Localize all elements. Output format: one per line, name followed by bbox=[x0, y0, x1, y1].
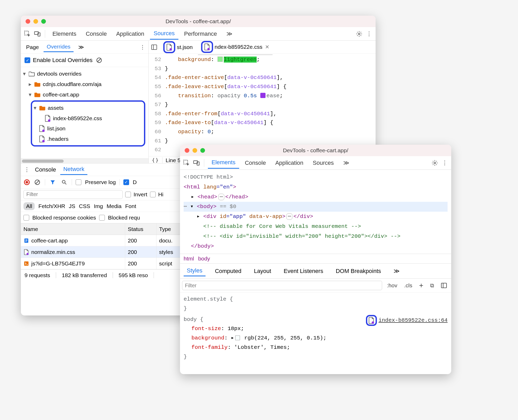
hide-checkbox[interactable] bbox=[150, 192, 156, 197]
invert-checkbox[interactable] bbox=[125, 192, 131, 197]
scrollbar[interactable] bbox=[21, 159, 148, 163]
tab-sources[interactable]: Sources bbox=[150, 28, 178, 40]
dom-tree[interactable]: <!DOCTYPE html> <html lang="en"> ▸ <head… bbox=[180, 170, 451, 254]
tree-root[interactable]: ▾devtools overrides bbox=[23, 69, 146, 79]
tree-file[interactable]: list.json bbox=[34, 123, 142, 134]
tree-folder[interactable]: ▾coffee-cart.app bbox=[23, 89, 146, 100]
dom-comment[interactable]: <!-- <div id="invisible" width="200" hei… bbox=[184, 232, 448, 241]
enable-overrides-checkbox[interactable]: ✓ bbox=[25, 57, 30, 63]
disable-cache-checkbox[interactable]: ✓ bbox=[123, 179, 129, 185]
kebab-icon[interactable]: ⋮ bbox=[23, 166, 31, 174]
tab-sources[interactable]: Sources bbox=[309, 157, 338, 168]
tab-more[interactable]: ≫ bbox=[223, 28, 236, 39]
inspect-icon[interactable] bbox=[183, 159, 190, 167]
tab-elements[interactable]: Elements bbox=[208, 157, 239, 169]
dom-node[interactable]: ▸ <div id="app" data-v-app>⋯</div> bbox=[184, 212, 448, 222]
editor-tab[interactable]: st.json bbox=[160, 40, 196, 55]
cls-button[interactable]: .cls bbox=[402, 281, 414, 290]
filter-icon[interactable] bbox=[49, 178, 57, 186]
search-icon[interactable] bbox=[60, 178, 68, 186]
override-file-icon bbox=[368, 317, 375, 324]
drawer-tab-console[interactable]: Console bbox=[32, 165, 59, 175]
tab-more[interactable]: ≫ bbox=[390, 266, 403, 276]
kebab-icon[interactable]: ⋮ bbox=[365, 30, 373, 38]
filter-type[interactable]: Fetch/XHR bbox=[38, 203, 65, 209]
titlebar[interactable]: DevTools - coffee-cart.app/ bbox=[21, 16, 376, 27]
record-icon[interactable] bbox=[24, 179, 30, 185]
filter-type[interactable]: Media bbox=[107, 203, 122, 209]
kebab-icon[interactable]: ⋮ bbox=[138, 43, 146, 51]
override-file-icon bbox=[204, 44, 210, 50]
filter-type[interactable]: Img bbox=[94, 203, 103, 209]
tree-folder[interactable]: ▾assets bbox=[34, 103, 142, 113]
subtab-more[interactable]: ≫ bbox=[75, 42, 87, 52]
tab-console[interactable]: Console bbox=[82, 28, 111, 39]
tab-more[interactable]: ≫ bbox=[340, 157, 353, 168]
highlight-annotation bbox=[201, 41, 213, 53]
dom-node[interactable]: <!DOCTYPE html> bbox=[184, 172, 448, 182]
hov-button[interactable]: :hov bbox=[385, 281, 399, 290]
blocked-requests-checkbox[interactable] bbox=[99, 215, 105, 221]
tree-folder[interactable]: ▸cdnjs.cloudflare.com/aja bbox=[23, 79, 146, 89]
file-tree: ▾devtools overrides ▸cdnjs.cloudflare.co… bbox=[21, 67, 148, 149]
crumb[interactable]: body bbox=[198, 255, 210, 262]
new-rule-icon[interactable]: + bbox=[417, 280, 425, 291]
settings-icon[interactable] bbox=[431, 159, 439, 167]
dom-node[interactable]: </body> bbox=[184, 241, 448, 251]
panel-tabs: Elements Console Application Sources ≫ ⋮ bbox=[180, 156, 451, 170]
minimize-window-icon[interactable] bbox=[33, 19, 38, 24]
styles-filter-input[interactable] bbox=[182, 281, 382, 290]
inspect-icon[interactable] bbox=[23, 30, 31, 38]
navigator-pane: Page Overrides ≫ ⋮ ✓ Enable Local Overri… bbox=[21, 41, 149, 163]
tab-computed[interactable]: Computed bbox=[212, 266, 245, 276]
tree-file[interactable]: index-b859522e.css bbox=[34, 113, 142, 124]
filter-type[interactable]: All bbox=[23, 202, 35, 210]
crumb[interactable]: html bbox=[184, 255, 194, 262]
tree-file[interactable]: .headers bbox=[34, 134, 142, 144]
clear-icon[interactable] bbox=[95, 56, 103, 64]
tab-layout[interactable]: Layout bbox=[251, 266, 274, 276]
tab-application[interactable]: Application bbox=[272, 157, 307, 168]
format-icon[interactable] bbox=[151, 156, 159, 164]
settings-icon[interactable] bbox=[355, 30, 363, 38]
tab-event-listeners[interactable]: Event Listeners bbox=[281, 266, 327, 276]
filter-type[interactable]: CSS bbox=[79, 203, 90, 209]
blocked-cookies-checkbox[interactable] bbox=[23, 215, 29, 221]
preserve-log-checkbox[interactable] bbox=[76, 179, 81, 185]
drawer-tab-network[interactable]: Network bbox=[60, 164, 88, 175]
toggle-sidebar-icon[interactable] bbox=[439, 281, 449, 290]
editor-tab-active[interactable]: ndex-b859522e.css ✕ bbox=[198, 39, 273, 55]
close-tab-icon[interactable]: ✕ bbox=[265, 44, 269, 50]
maximize-window-icon[interactable] bbox=[200, 148, 205, 153]
tab-application[interactable]: Application bbox=[112, 28, 148, 39]
device-toggle-icon[interactable] bbox=[33, 30, 41, 38]
minimize-window-icon[interactable] bbox=[192, 148, 197, 153]
tab-console[interactable]: Console bbox=[241, 157, 270, 168]
dom-comment[interactable]: <!-- disable for Core Web Vitals measure… bbox=[184, 222, 448, 232]
source-link[interactable]: index-b859522e.css:64 bbox=[366, 315, 448, 326]
close-window-icon[interactable] bbox=[26, 19, 30, 24]
toggle-sidebar-icon[interactable] bbox=[150, 43, 158, 51]
toggle-pane-icon[interactable]: ⧉ bbox=[428, 281, 436, 290]
tab-performance[interactable]: Performance bbox=[180, 28, 221, 39]
code-editor[interactable]: 52 background: lightgreen;53}54.fade-ent… bbox=[149, 54, 376, 156]
filter-type[interactable]: Font bbox=[125, 203, 136, 209]
device-toggle-icon[interactable] bbox=[192, 159, 200, 167]
network-filter-input[interactable] bbox=[23, 190, 123, 199]
tab-dom-breakpoints[interactable]: DOM Breakpoints bbox=[333, 266, 384, 276]
filter-type[interactable]: JS bbox=[69, 203, 75, 209]
dom-node[interactable]: <html lang="en"> bbox=[184, 182, 448, 192]
close-window-icon[interactable] bbox=[185, 148, 189, 153]
maximize-window-icon[interactable] bbox=[41, 19, 46, 24]
tab-elements[interactable]: Elements bbox=[49, 28, 80, 39]
titlebar[interactable]: DevTools - coffee-cart.app/ bbox=[180, 145, 451, 156]
styles-body[interactable]: element.style { } index-b859522e.css:64 … bbox=[180, 293, 451, 363]
subtab-overrides[interactable]: Overrides bbox=[44, 42, 74, 52]
tab-styles[interactable]: Styles bbox=[184, 266, 206, 276]
subtab-page[interactable]: Page bbox=[23, 42, 42, 52]
dom-node-selected[interactable]: ⋯ ▾ <body> == $0 bbox=[184, 202, 448, 212]
clear-icon[interactable] bbox=[33, 178, 41, 186]
color-swatch-icon[interactable] bbox=[235, 336, 240, 340]
kebab-icon[interactable]: ⋮ bbox=[441, 159, 449, 167]
dom-node[interactable]: ▸ <head>⋯</head> bbox=[184, 192, 448, 202]
